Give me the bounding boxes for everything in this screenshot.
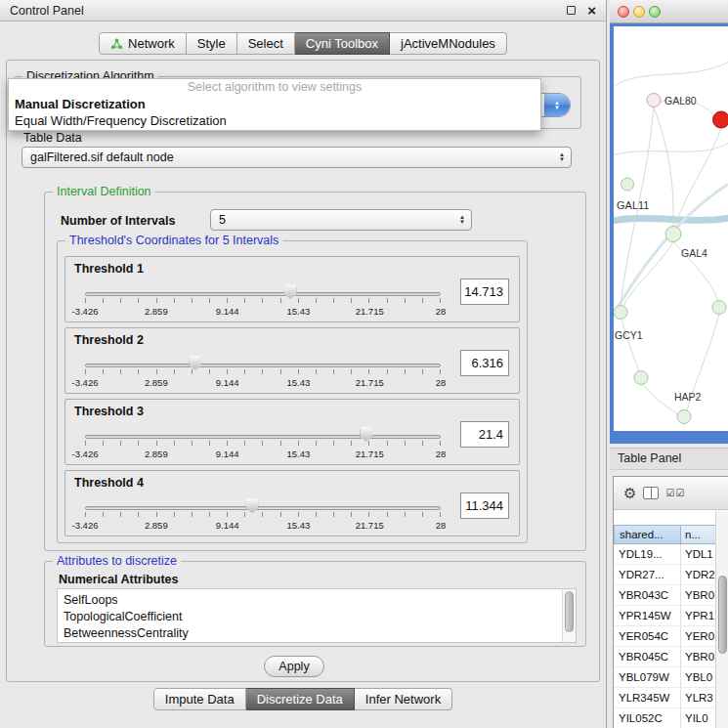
- cell[interactable]: YDR27...: [614, 565, 681, 584]
- scrollbar-thumb[interactable]: [718, 576, 727, 654]
- cell[interactable]: YBL079W: [614, 667, 681, 687]
- network-node[interactable]: [621, 178, 634, 191]
- slider-track[interactable]: [85, 292, 441, 296]
- scale-label: 9.144: [216, 520, 239, 531]
- network-node[interactable]: [634, 371, 648, 385]
- dropdown-option-manual-discretization[interactable]: Manual Discretization: [9, 96, 540, 112]
- slider-thumb[interactable]: [189, 356, 201, 370]
- edge: [614, 63, 728, 87]
- network-node[interactable]: [647, 94, 661, 107]
- scrollbar-thumb[interactable]: [565, 591, 574, 632]
- node-label: GAL4: [681, 247, 707, 259]
- down-arrow-icon: ▼: [459, 220, 465, 225]
- threshold-1-slider[interactable]: [85, 284, 441, 304]
- threshold-1-label: Threshold 1: [74, 262, 144, 276]
- table-row[interactable]: YBR045CYBR0: [614, 647, 728, 667]
- columns-icon[interactable]: [643, 487, 659, 499]
- slider-ticks: [85, 441, 441, 446]
- dropdown-stepper-icon[interactable]: ▲ ▼: [544, 94, 570, 116]
- threshold-1-value-field[interactable]: 14.713: [460, 278, 509, 305]
- tab-label: Infer Network: [365, 692, 441, 707]
- table-row[interactable]: YBR043CYBR0: [614, 585, 728, 606]
- slider-thumb[interactable]: [360, 427, 372, 442]
- tab-network[interactable]: Network: [99, 32, 187, 55]
- threshold-3-value-field[interactable]: 21.4: [460, 421, 509, 448]
- scale-label: -3.426: [72, 520, 99, 531]
- table-row[interactable]: YLR345WYLR3: [614, 688, 728, 708]
- cell[interactable]: YBR043C: [614, 585, 681, 605]
- close-traffic-light-icon[interactable]: [618, 6, 629, 18]
- network-node[interactable]: [712, 301, 726, 315]
- dropdown-option-equal-width[interactable]: Equal Width/Frequency Discretization: [9, 112, 540, 129]
- slider-ticks: [85, 298, 441, 303]
- table-row[interactable]: YDL19...YDL1: [614, 544, 728, 565]
- scale-label: -3.426: [72, 377, 99, 388]
- number-of-intervals-dropdown[interactable]: 5 ▲ ▼: [210, 209, 472, 231]
- table-data-label: Table Data: [23, 131, 82, 145]
- scale-label: -3.426: [72, 306, 99, 317]
- threshold-4-value-field[interactable]: 11.344: [460, 492, 509, 519]
- titlebar-icons: ×: [567, 6, 596, 16]
- slider-track[interactable]: [85, 506, 441, 510]
- scale-label: 2.859: [145, 306, 168, 317]
- tab-label: Impute Data: [165, 692, 235, 707]
- list-item[interactable]: SelfLoops: [64, 592, 576, 609]
- table-data-dropdown[interactable]: galFiltered.sif default node ▲ ▼: [21, 147, 572, 168]
- scale-label: 9.144: [216, 449, 239, 459]
- screen: Control Panel × Network Style Select: [0, 0, 728, 728]
- list-item[interactable]: BetweennessCentrality: [64, 625, 576, 642]
- gear-icon[interactable]: ⚙: [623, 486, 636, 500]
- zoom-traffic-light-icon[interactable]: [649, 6, 661, 18]
- table-row[interactable]: YDR27...YDR2: [614, 565, 728, 585]
- cell[interactable]: YBR045C: [614, 647, 681, 666]
- list-scrollbar[interactable]: [562, 589, 576, 642]
- select-columns-icons[interactable]: ☑☑: [665, 488, 685, 498]
- network-node[interactable]: [665, 227, 681, 242]
- threshold-4-slider[interactable]: [85, 498, 441, 518]
- table-row[interactable]: YIL052CYIL0: [614, 708, 728, 728]
- table-panel-toolbar: ⚙ ☑☑: [614, 477, 728, 510]
- apply-button[interactable]: Apply: [264, 656, 324, 677]
- cell[interactable]: YLR345W: [614, 688, 681, 707]
- close-icon[interactable]: ×: [587, 6, 596, 16]
- tab-style[interactable]: Style: [187, 32, 237, 55]
- slider-scale-labels: -3.426 2.859 9.144 15.43 21.715 28: [85, 377, 441, 388]
- network-icon: [110, 38, 123, 50]
- threshold-2-value-field[interactable]: 6.316: [460, 350, 509, 376]
- down-arrow-icon: ▼: [554, 106, 560, 110]
- slider-track[interactable]: [85, 364, 441, 367]
- tab-cyni-toolbox[interactable]: Cyni Toolbox: [295, 32, 390, 55]
- cell[interactable]: YDL19...: [614, 544, 681, 564]
- threshold-4-panel: Threshold 4 -3.426 2.859 9.144 15.43 21.…: [64, 470, 520, 536]
- threshold-3-label: Threshold 3: [74, 405, 144, 418]
- minimize-traffic-light-icon[interactable]: [633, 6, 645, 18]
- table-scrollbar[interactable]: [715, 511, 728, 728]
- highlighted-network-node[interactable]: [713, 111, 728, 128]
- slider-thumb[interactable]: [246, 498, 259, 513]
- slider-track[interactable]: [85, 435, 441, 439]
- float-window-icon[interactable]: [567, 6, 576, 15]
- network-graph: GAL80 GAL11 GAL4 GCY1 HAP2: [614, 26, 728, 431]
- tab-jactivemnodules[interactable]: jActiveMNodules: [390, 32, 507, 55]
- table-row[interactable]: YPR145WYPR1: [614, 606, 728, 626]
- network-node[interactable]: [677, 410, 691, 424]
- scale-label: 15.43: [287, 520, 311, 531]
- network-node[interactable]: [614, 306, 627, 320]
- threshold-2-slider[interactable]: [85, 356, 441, 375]
- cell[interactable]: YIL052C: [614, 708, 681, 728]
- cell[interactable]: YER054C: [614, 626, 681, 646]
- column-header-shared-name[interactable]: shared...: [614, 525, 681, 544]
- tab-discretize-data[interactable]: Discretize Data: [246, 688, 355, 710]
- list-item[interactable]: TopologicalCoefficient: [64, 609, 576, 625]
- table-row[interactable]: YER054CYER0: [614, 626, 728, 647]
- slider-thumb[interactable]: [284, 284, 297, 299]
- cell[interactable]: YPR145W: [614, 606, 681, 625]
- table-row[interactable]: YBL079WYBL0: [614, 667, 728, 688]
- tab-infer-network[interactable]: Infer Network: [355, 688, 452, 710]
- tab-select[interactable]: Select: [237, 32, 295, 55]
- tab-impute-data[interactable]: Impute Data: [153, 688, 246, 710]
- network-view-frame: GAL80 GAL11 GAL4 GCY1 HAP2: [610, 23, 728, 444]
- threshold-3-slider[interactable]: [85, 427, 441, 447]
- numerical-attributes-list[interactable]: SelfLoops TopologicalCoefficient Between…: [57, 588, 577, 643]
- network-canvas[interactable]: GAL80 GAL11 GAL4 GCY1 HAP2: [614, 26, 728, 431]
